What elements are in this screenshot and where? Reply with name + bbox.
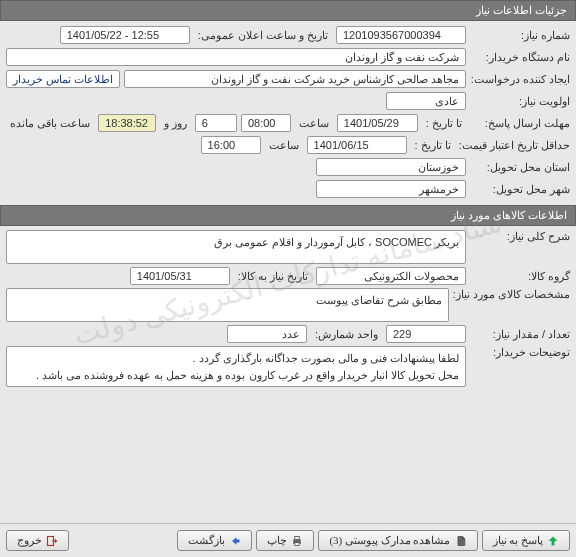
- label-qty: تعداد / مقدار نیاز:: [470, 328, 570, 341]
- field-deadline-time: 08:00: [241, 114, 291, 132]
- field-desc: بریکر SOCOMEC ، کابل آرموردار و اقلام عم…: [6, 230, 466, 264]
- label-need-no: شماره نیاز:: [470, 29, 570, 42]
- field-notes: لطفا پیشنهادات فنی و مالی بصورت جداگانه …: [6, 346, 466, 387]
- label-group: گروه کالا:: [470, 270, 570, 283]
- field-days: 6: [195, 114, 237, 132]
- field-qty: 229: [386, 325, 466, 343]
- label-province: استان محل تحویل:: [470, 161, 570, 174]
- label-notes: توضیحات خریدار:: [470, 346, 570, 359]
- label-announce: تاریخ و ساعت اعلان عمومی:: [194, 29, 332, 42]
- field-deadline-date: 1401/05/29: [337, 114, 418, 132]
- label-deadline: مهلت ارسال پاسخ:: [470, 117, 570, 130]
- label-days: روز و: [160, 117, 191, 130]
- field-buyer: شرکت نفت و گاز اروندان: [6, 48, 466, 66]
- label-need-date: تاریخ نیاز به کالا:: [234, 270, 312, 283]
- label-remain: ساعت باقی مانده: [6, 117, 94, 130]
- field-remain-time: 18:38:52: [98, 114, 156, 132]
- label-spec: مشخصات کالای مورد نیاز:: [453, 288, 570, 301]
- reply-label: پاسخ به نیاز: [493, 534, 544, 547]
- exit-label: خروج: [17, 534, 42, 547]
- section-header-details: جزئیات اطلاعات نیاز: [0, 0, 576, 21]
- back-label: بازگشت: [188, 534, 225, 547]
- label-unit: واحد شمارش:: [311, 328, 382, 341]
- field-priority: عادی: [386, 92, 466, 110]
- contact-info-button[interactable]: اطلاعات تماس خریدار: [6, 70, 120, 88]
- field-city: خرمشهر: [316, 180, 466, 198]
- svg-rect-2: [295, 542, 300, 545]
- exit-icon: [46, 535, 58, 547]
- print-icon: [291, 535, 303, 547]
- bottom-toolbar: پاسخ به نیاز مشاهده مدارک پیوستی (3) چاپ…: [0, 523, 576, 557]
- back-icon: [229, 535, 241, 547]
- field-group: محصولات الکترونیکی: [316, 267, 466, 285]
- exit-button[interactable]: خروج: [6, 530, 69, 551]
- reply-icon: [547, 535, 559, 547]
- field-creator: مجاهد صالحی کارشناس خرید شرکت نفت و گاز …: [124, 70, 466, 88]
- label-desc: شرح کلی نیاز:: [470, 230, 570, 243]
- reply-button[interactable]: پاسخ به نیاز: [482, 530, 571, 551]
- field-validity-time: 16:00: [201, 136, 261, 154]
- label-to-date-1: تا تاریخ :: [422, 117, 466, 130]
- label-to-date-2: تا تاریخ :: [411, 139, 455, 152]
- back-button[interactable]: بازگشت: [177, 530, 252, 551]
- label-city: شهر محل تحویل:: [470, 183, 570, 196]
- label-validity: حداقل تاریخ اعتبار قیمت:: [459, 139, 570, 152]
- label-priority: اولویت نیاز:: [470, 95, 570, 108]
- label-time-1: ساعت: [295, 117, 333, 130]
- attachments-button[interactable]: مشاهده مدارک پیوستی (3): [318, 530, 477, 551]
- field-need-no: 1201093567000394: [336, 26, 466, 44]
- field-announce: 1401/05/22 - 12:55: [60, 26, 190, 44]
- attachments-label: مشاهده مدارک پیوستی (3): [329, 534, 450, 547]
- label-creator: ایجاد کننده درخواست:: [470, 73, 570, 86]
- field-validity-date: 1401/06/15: [307, 136, 407, 154]
- label-time-2: ساعت: [265, 139, 303, 152]
- svg-rect-1: [295, 536, 300, 539]
- field-unit: عدد: [227, 325, 307, 343]
- section-header-items: اطلاعات کالاهای مورد نیاز: [0, 205, 576, 226]
- print-label: چاپ: [267, 534, 287, 547]
- field-province: خوزستان: [316, 158, 466, 176]
- print-button[interactable]: چاپ: [256, 530, 314, 551]
- attachment-icon: [455, 535, 467, 547]
- field-spec: مطابق شرح تقاضای پیوست: [6, 288, 449, 322]
- label-buyer: نام دستگاه خریدار:: [470, 51, 570, 64]
- field-need-date: 1401/05/31: [130, 267, 230, 285]
